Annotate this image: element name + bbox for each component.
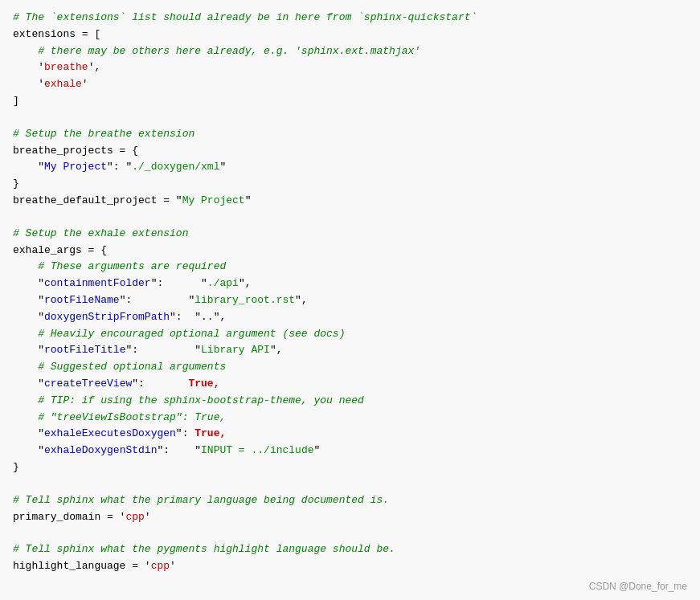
line: "rootFileName": "library_root.rst", — [13, 292, 687, 309]
line: breathe_projects = { — [13, 143, 687, 160]
line: # TIP: if using the sphinx-bootstrap-the… — [13, 393, 687, 410]
line: extensions = [ — [13, 27, 687, 43]
line: # Setup the exhale extension — [13, 226, 687, 243]
line: "createTreeView": True, — [13, 376, 687, 393]
line — [13, 110, 687, 126]
line: "containmentFolder": "./api", — [13, 276, 687, 292]
line: # Heavily encouraged optional argument (… — [13, 326, 687, 343]
line: "My Project": "./_doxygen/xml" — [13, 159, 687, 176]
line: 'exhale' — [13, 76, 687, 93]
line: primary_domain = 'cpp' — [13, 509, 687, 526]
line: "exhaleDoxygenStdin": "INPUT = ../includ… — [13, 443, 687, 459]
line: highlight_language = 'cpp' — [13, 558, 687, 575]
line: # Setup the breathe extension — [13, 126, 687, 143]
code-lines: # The `extensions` list should already b… — [13, 10, 687, 575]
line: # The `extensions` list should already b… — [13, 10, 687, 27]
line — [13, 210, 687, 226]
line: # Suggested optional arguments — [13, 359, 687, 376]
line — [13, 476, 687, 492]
line: } — [13, 459, 687, 476]
line — [13, 525, 687, 541]
line: exhale_args = { — [13, 243, 687, 259]
line: breathe_default_project = "My Project" — [13, 193, 687, 210]
line: "exhaleExecutesDoxygen": True, — [13, 426, 687, 443]
line: "rootFileTitle": "Library API", — [13, 342, 687, 359]
line: # Tell sphinx what the primary language … — [13, 492, 687, 509]
line: # there may be others here already, e.g.… — [13, 43, 687, 60]
line: ] — [13, 93, 687, 110]
line: # These arguments are required — [13, 259, 687, 276]
line: # "treeViewIsBootstrap": True, — [13, 410, 687, 427]
line: "doxygenStripFromPath": "..", — [13, 309, 687, 326]
line: 'breathe', — [13, 59, 687, 76]
line: # Tell sphinx what the pygments highligh… — [13, 541, 687, 558]
line: } — [13, 176, 687, 193]
watermark: CSDN @Done_for_me — [589, 581, 687, 592]
code-block: # The `extensions` list should already b… — [0, 0, 700, 600]
